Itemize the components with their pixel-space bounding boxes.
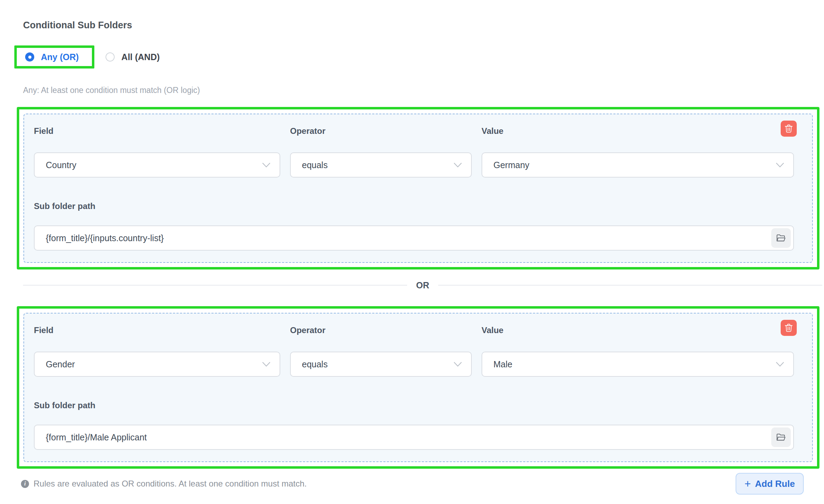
add-rule-label: Add Rule	[755, 478, 795, 489]
rule-2-value-value: Male	[493, 359, 512, 369]
rule-2-subfolder-path-input[interactable]: {form_title}/Male Applicant	[34, 425, 794, 450]
radio-any-or[interactable]: Any (OR)	[25, 52, 79, 62]
trash-icon	[785, 323, 793, 332]
rule-1-field-select[interactable]: Country	[34, 152, 280, 178]
radio-unselected-icon	[106, 52, 115, 62]
delete-rule-1-button[interactable]	[781, 121, 797, 137]
add-rule-button[interactable]: + Add Rule	[736, 473, 804, 495]
rule-card-1-highlight: Field Country Operator equals Value Germ…	[17, 107, 819, 269]
chevron-down-icon	[454, 362, 462, 367]
rule-2-value-select[interactable]: Male	[482, 352, 794, 377]
subfolder-label: Sub folder path	[34, 201, 794, 211]
rule-1-fields-row: Field Country Operator equals Value Germ…	[34, 126, 794, 178]
chevron-down-icon	[262, 362, 270, 367]
chevron-down-icon	[454, 163, 462, 168]
chevron-down-icon	[262, 163, 270, 168]
rule-1-operator-value: equals	[302, 160, 328, 170]
match-mode-radio-group: Any (OR) All (AND)	[14, 45, 824, 69]
rule-1-field-value: Country	[46, 160, 77, 170]
page-title: Conditional Sub Folders	[23, 20, 824, 31]
or-divider: OR	[23, 280, 822, 290]
rule-2-subfolder-path-value: {form_title}/Male Applicant	[46, 432, 147, 442]
rule-2-field-value: Gender	[46, 359, 75, 369]
chevron-down-icon	[776, 163, 784, 168]
radio-any-label: Any (OR)	[41, 52, 79, 62]
radio-all-label: All (AND)	[121, 52, 160, 62]
radio-selected-icon	[25, 52, 34, 62]
rule-1-subfolder-row: {form_title}/{inputs.country-list}	[34, 225, 794, 251]
value-label: Value	[482, 325, 794, 335]
rule-2-field-select[interactable]: Gender	[34, 352, 280, 377]
delete-rule-2-button[interactable]	[781, 320, 797, 336]
rule-1-subfolder-path-input[interactable]: {form_title}/{inputs.country-list}	[34, 225, 794, 251]
rule-1-value-select[interactable]: Germany	[482, 152, 794, 178]
rules-note-text: Rules are evaluated as OR conditions. At…	[34, 479, 307, 489]
divider-line	[23, 285, 407, 286]
rule-1-browse-folder-button[interactable]	[771, 228, 791, 248]
plus-icon: +	[744, 478, 751, 489]
footer-bar: i Rules are evaluated as OR conditions. …	[0, 473, 824, 495]
folder-icon	[776, 433, 786, 441]
rule-2-browse-folder-button[interactable]	[771, 427, 791, 447]
subfolder-label: Sub folder path	[34, 401, 794, 410]
info-icon: i	[21, 480, 29, 488]
rule-2-operator-select[interactable]: equals	[290, 352, 472, 377]
chevron-down-icon	[776, 362, 784, 367]
rule-1-operator-select[interactable]: equals	[290, 152, 472, 178]
rule-2-subfolder-row: {form_title}/Male Applicant	[34, 425, 794, 450]
trash-icon	[785, 124, 793, 133]
field-label: Field	[34, 126, 280, 136]
radio-all-and[interactable]: All (AND)	[106, 52, 160, 62]
divider-line	[438, 285, 822, 286]
rule-2-operator-value: equals	[302, 359, 328, 369]
rule-1-value-value: Germany	[493, 160, 529, 170]
selection-highlight-box: Any (OR)	[14, 45, 94, 69]
rule-card-2: Field Gender Operator equals Value Male	[23, 313, 813, 462]
match-mode-helper-text: Any: At least one condition must match (…	[23, 85, 824, 95]
rule-2-fields-row: Field Gender Operator equals Value Male	[34, 325, 794, 377]
value-label: Value	[482, 126, 794, 136]
folder-icon	[776, 234, 786, 242]
operator-label: Operator	[290, 325, 472, 335]
rules-note: i Rules are evaluated as OR conditions. …	[21, 479, 307, 489]
or-divider-label: OR	[407, 280, 439, 290]
operator-label: Operator	[290, 126, 472, 136]
rule-card-1: Field Country Operator equals Value Germ…	[23, 114, 813, 263]
rule-1-subfolder-path-value: {form_title}/{inputs.country-list}	[46, 233, 164, 243]
field-label: Field	[34, 325, 280, 335]
rule-card-2-highlight: Field Gender Operator equals Value Male	[17, 306, 819, 469]
